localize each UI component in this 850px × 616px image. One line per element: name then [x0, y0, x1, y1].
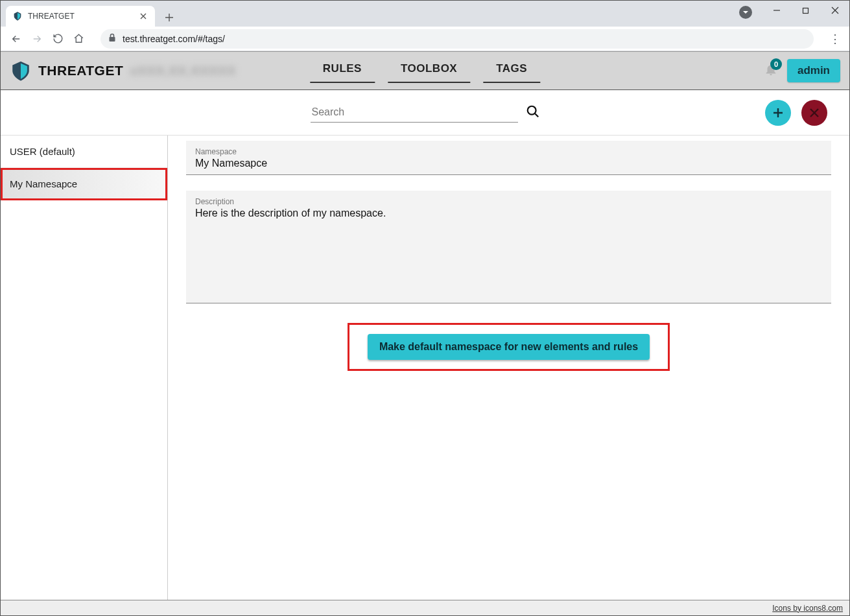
admin-button[interactable]: admin: [787, 59, 840, 82]
svg-point-2: [527, 106, 536, 114]
addressbar-row: test.threatget.com/#/tags/ ⋮: [1, 27, 849, 51]
content-panel: Namespace My Namesapce Description Here …: [168, 136, 849, 600]
app-version-blurred: xXXX.XX.XXXXX: [130, 63, 235, 78]
forward-icon: [28, 30, 46, 48]
window-controls: [762, 1, 849, 20]
sidebar-item-label: USER (default): [10, 146, 75, 157]
profile-icon[interactable]: [739, 6, 752, 19]
delete-button[interactable]: [801, 100, 827, 126]
home-icon[interactable]: [69, 30, 88, 48]
sidebar-item-label: My Namesapce: [10, 178, 77, 189]
main-content: USER (default) My Namesapce Namespace My…: [1, 136, 849, 600]
new-tab-button[interactable]: [160, 8, 178, 27]
nav-tab-toolbox[interactable]: TOOLBOX: [388, 58, 470, 83]
app-header: THREATGET xXXX.XX.XXXXX RULES TOOLBOX TA…: [1, 51, 849, 90]
footer: Icons by icons8.com: [1, 600, 849, 615]
kebab-menu-icon[interactable]: ⋮: [826, 32, 844, 46]
nav-tab-tags[interactable]: TAGS: [483, 58, 540, 83]
app-logo-icon: [10, 60, 32, 82]
maximize-icon[interactable]: [791, 1, 820, 20]
sidebar: USER (default) My Namesapce: [1, 136, 168, 600]
url-text: test.threatget.com/#/tags/: [123, 34, 225, 44]
app-title: THREATGET: [38, 63, 123, 78]
reload-icon[interactable]: [49, 30, 67, 48]
namespace-field[interactable]: Namespace My Namesapce: [186, 141, 831, 175]
browser-tab[interactable]: THREATGET: [6, 6, 155, 27]
notification-bell-icon[interactable]: 0: [764, 62, 778, 79]
sidebar-item-user-default[interactable]: USER (default): [1, 136, 167, 168]
svg-rect-1: [110, 37, 115, 41]
notification-badge: 0: [770, 58, 782, 70]
search-row: [1, 90, 849, 136]
search-icon[interactable]: [526, 104, 540, 121]
nav-tab-rules[interactable]: RULES: [310, 58, 375, 83]
tab-title: THREATGET: [28, 12, 138, 21]
header-right: 0 admin: [764, 59, 840, 82]
description-value: Here is the description of my namespace.: [195, 207, 822, 219]
make-default-button[interactable]: Make default namespace for new elements …: [368, 334, 650, 360]
svg-rect-0: [803, 8, 809, 13]
description-label: Description: [195, 197, 822, 206]
add-button[interactable]: [765, 100, 791, 126]
icons8-link[interactable]: Icons by icons8.com: [772, 604, 843, 613]
make-default-highlight: Make default namespace for new elements …: [348, 323, 670, 371]
lock-icon: [108, 33, 116, 44]
search-input[interactable]: [311, 102, 518, 123]
namespace-value: My Namesapce: [195, 158, 822, 169]
titlebar: THREATGET: [1, 1, 849, 27]
nav-tabs: RULES TOOLBOX TAGS: [307, 58, 543, 83]
close-window-icon[interactable]: [820, 1, 849, 20]
minimize-icon[interactable]: [762, 1, 791, 20]
favicon-icon: [12, 11, 23, 21]
back-icon[interactable]: [7, 30, 25, 48]
sidebar-item-my-namespace[interactable]: My Namesapce: [1, 168, 167, 200]
make-default-wrap: Make default namespace for new elements …: [186, 323, 831, 371]
browser-chrome: THREATGET test.threatget.com/#/tags/ ⋮: [1, 1, 849, 51]
url-bar[interactable]: test.threatget.com/#/tags/: [100, 29, 814, 49]
namespace-label: Namespace: [195, 147, 822, 156]
tab-close-icon[interactable]: [138, 11, 148, 21]
description-field[interactable]: Description Here is the description of m…: [186, 191, 831, 303]
